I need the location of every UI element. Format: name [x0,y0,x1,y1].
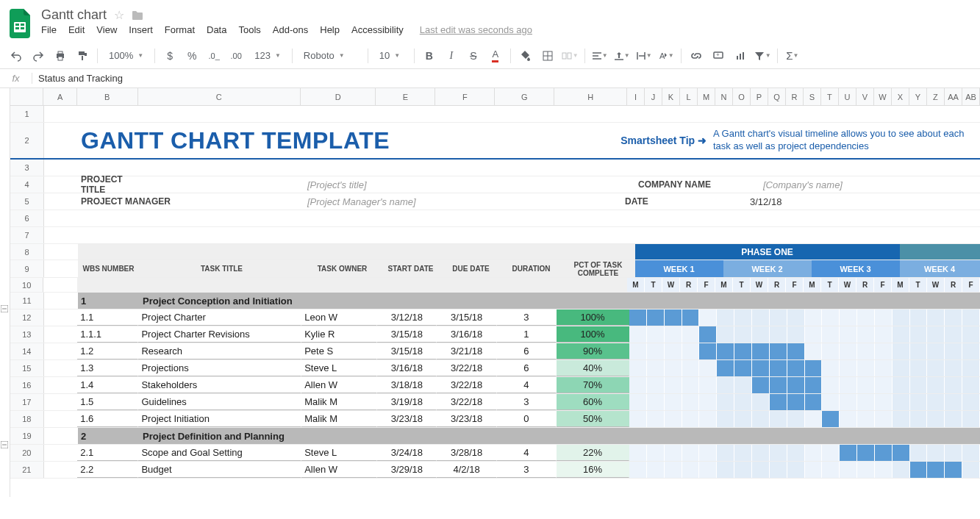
gantt-cell[interactable] [875,360,893,376]
row-header[interactable]: 6 [10,210,44,226]
gantt-cell[interactable] [822,326,840,343]
col-header[interactable]: Y [909,88,927,105]
gantt-cell[interactable] [682,411,700,427]
gantt-cell[interactable] [682,309,700,326]
decrease-decimal-button[interactable]: .0_ [204,46,224,66]
gantt-cell[interactable] [840,462,857,478]
gantt-cell[interactable] [734,462,752,478]
col-header[interactable]: C [138,88,301,105]
cell-task[interactable]: Project Initiation [138,411,301,427]
cell-duration[interactable]: 3 [497,309,557,326]
gantt-cell[interactable] [665,445,682,461]
gantt-cell[interactable] [910,326,928,343]
table-row[interactable]: 171.5GuidelinesMalik M3/19/183/22/18360% [10,394,980,411]
gantt-cell[interactable] [682,343,700,359]
gantt-cell[interactable] [962,377,980,393]
row-header[interactable]: 12 [10,309,44,326]
col-header[interactable]: G [495,88,554,105]
gantt-cell[interactable] [840,394,857,410]
fill-color-button[interactable] [515,46,536,66]
cell-pct[interactable]: 60% [557,394,629,410]
col-header[interactable]: F [435,88,495,105]
insert-chart-button[interactable] [730,46,751,66]
font-size-dropdown[interactable]: 10▼ [373,49,409,62]
gantt-cell[interactable] [717,411,734,427]
cell-wbs[interactable]: 1.4 [77,377,138,393]
gantt-cell[interactable] [629,445,647,461]
gantt-cell[interactable] [857,411,875,427]
gantt-cell[interactable] [962,462,980,478]
row-header[interactable]: 15 [10,360,44,376]
sheet-row[interactable]: 5 PROJECT MANAGER [Project Manager's nam… [10,193,980,210]
cell-owner[interactable]: Allen W [301,462,377,478]
gantt-cell[interactable] [770,394,787,410]
gantt-cell[interactable] [805,411,823,427]
col-header[interactable]: S [804,88,821,105]
gantt-cell[interactable] [717,360,734,376]
gantt-cell[interactable] [717,445,734,461]
gantt-cell[interactable] [682,445,700,461]
sheet-row[interactable]: 9 WBS NUMBER TASK TITLE TASK OWNER START… [10,260,980,278]
gantt-cell[interactable] [805,394,823,410]
sheet-row[interactable]: 3 [10,160,980,176]
formula-input[interactable]: Status and Tracking [32,73,980,84]
gantt-cell[interactable] [682,360,700,376]
cell-start[interactable]: 3/15/18 [377,326,437,343]
gantt-cell[interactable] [822,360,840,376]
gantt-cell[interactable] [857,394,875,410]
gantt-cell[interactable] [945,343,962,359]
row-header[interactable]: 4 [10,176,44,193]
text-rotation-button[interactable]: A▼ [656,46,676,66]
cell-duration[interactable]: 6 [497,343,557,359]
row-header[interactable]: 16 [10,377,44,393]
cell-wbs[interactable]: 1.3 [77,360,138,376]
gantt-cell[interactable] [665,309,682,326]
gantt-cell[interactable] [857,309,875,326]
gantt-cell[interactable] [647,309,665,326]
gantt-cell[interactable] [717,462,734,478]
gantt-cell[interactable] [787,445,805,461]
gantt-cell[interactable] [734,326,752,343]
gantt-cell[interactable] [875,377,893,393]
menu-addons[interactable]: Add-ons [273,24,308,35]
cell-task[interactable]: Projections [138,360,301,376]
cell-pct[interactable]: 50% [557,411,629,427]
col-header[interactable]: R [786,88,804,105]
table-row[interactable]: 151.3ProjectionsSteve L3/16/183/22/18640… [10,360,980,377]
gantt-cell[interactable] [857,462,875,478]
col-header[interactable]: Z [927,88,945,105]
table-row[interactable]: 161.4StakeholdersAllen W3/18/183/22/1847… [10,377,980,394]
meta-value[interactable]: 3/12/18 [747,193,980,210]
cell-owner[interactable]: Malik M [301,411,377,427]
gantt-cell[interactable] [647,360,665,376]
cell-owner[interactable]: Steve L [301,360,377,376]
gantt-cell[interactable] [875,326,893,343]
row-header[interactable]: 9 [10,260,44,277]
gantt-cell[interactable] [770,326,787,343]
bold-button[interactable]: B [419,46,440,66]
gantt-cell[interactable] [875,394,893,410]
cell-due[interactable]: 4/2/18 [437,462,496,478]
gantt-cell[interactable] [893,445,910,461]
gantt-cell[interactable] [629,394,647,410]
cell-start[interactable]: 3/19/18 [377,394,437,410]
merge-cells-button[interactable]: ▼ [559,46,580,66]
gantt-cell[interactable] [787,462,805,478]
gantt-cell[interactable] [752,343,770,359]
col-header[interactable]: M [698,88,715,105]
cell-due[interactable]: 3/23/18 [437,411,496,427]
menu-view[interactable]: View [96,24,117,35]
col-header[interactable]: K [662,88,680,105]
menu-edit[interactable]: Edit [68,24,85,35]
gantt-cell[interactable] [822,394,840,410]
gantt-cell[interactable] [875,309,893,326]
gantt-cell[interactable] [840,326,857,343]
strikethrough-button[interactable]: S [463,46,484,66]
gantt-cell[interactable] [945,394,962,410]
gantt-cell[interactable] [734,377,752,393]
cell-duration[interactable]: 4 [497,445,557,461]
gantt-cell[interactable] [717,309,734,326]
gantt-cell[interactable] [893,326,910,343]
gantt-cell[interactable] [629,326,647,343]
gantt-cell[interactable] [927,343,945,359]
